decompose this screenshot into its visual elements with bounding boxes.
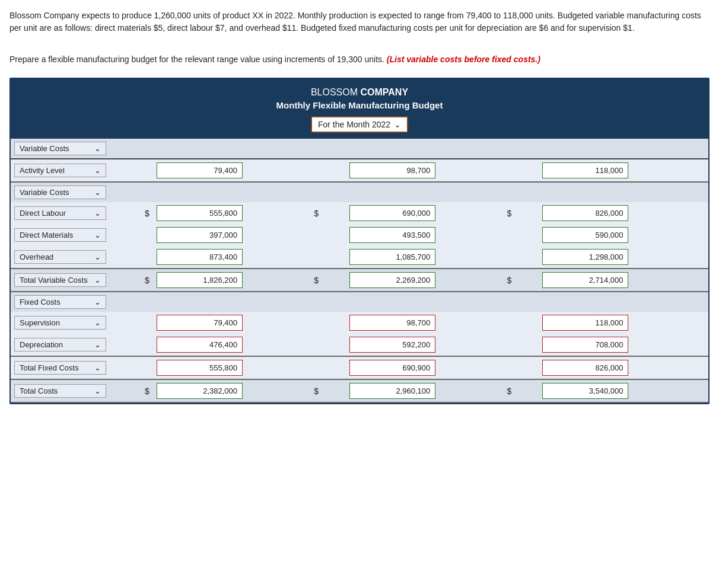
chevron-down-icon: ⌄ [90, 253, 101, 261]
budget-table-wrapper: BLOSSOM COMPANY Monthly Flexible Manufac… [9, 78, 710, 404]
total-variable-dropdown[interactable]: Total Variable Costs ⌄ [14, 273, 106, 287]
company-name-bold: COMPANY [361, 87, 409, 97]
budget-data-table: Variable Costs ⌄ Activity Level ⌄ 79,400 [11, 139, 708, 403]
supervision-row: Supervision ⌄ 79,400 98,700 118,000 [11, 312, 708, 334]
chevron-down-icon: ⌄ [90, 188, 101, 197]
total-variable-col2-input[interactable]: 2,269,200 [349, 272, 435, 288]
instruction-italic: (List variable costs before fixed costs.… [387, 55, 540, 64]
chevron-down-icon: ⌄ [90, 231, 101, 239]
overhead-col3-input[interactable]: 1,298,000 [542, 249, 628, 265]
variable-costs-header-row: Variable Costs ⌄ [11, 139, 708, 159]
direct-labour-col1-input[interactable]: 555,800 [157, 205, 243, 221]
chevron-down-icon: ⌄ [90, 276, 101, 285]
fixed-costs-dropdown[interactable]: Fixed Costs ⌄ [14, 295, 106, 309]
overhead-row: Overhead ⌄ 873,400 1,085,700 1,298,000 [11, 246, 708, 269]
total-costs-col2-input[interactable]: 2,960,100 [349, 383, 435, 399]
supervision-col1-input[interactable]: 79,400 [157, 315, 243, 331]
total-fixed-row: Total Fixed Costs ⌄ 555,800 690,900 826,… [11, 356, 708, 379]
activity-level-label-cell: Activity Level ⌄ [11, 159, 141, 182]
supervision-col3-input[interactable]: 118,000 [542, 315, 628, 331]
overhead-dropdown[interactable]: Overhead ⌄ [14, 250, 106, 264]
total-variable-col3-input[interactable]: 2,714,000 [542, 272, 628, 288]
total-fixed-dropdown[interactable]: Total Fixed Costs ⌄ [14, 361, 106, 375]
variable-costs2-dropdown[interactable]: Variable Costs ⌄ [14, 186, 106, 199]
chevron-down-icon: ⌄ [90, 386, 101, 395]
direct-labour-col3-input[interactable]: 826,000 [542, 205, 628, 221]
direct-labour-col2-input[interactable]: 690,000 [349, 205, 435, 221]
depreciation-dropdown[interactable]: Depreciation ⌄ [14, 338, 106, 351]
direct-labour-dollar2: $ [310, 202, 328, 224]
chevron-down-icon: ⌄ [90, 144, 101, 153]
chevron-down-icon: ⌄ [394, 120, 401, 129]
overhead-col2-input[interactable]: 1,085,700 [349, 249, 435, 265]
chevron-down-icon: ⌄ [90, 318, 101, 327]
direct-labour-dollar3: $ [503, 202, 521, 224]
activity-level-dropdown[interactable]: Activity Level ⌄ [14, 164, 106, 177]
budget-header: BLOSSOM COMPANY Monthly Flexible Manufac… [11, 79, 708, 139]
activity-col3-input[interactable]: 118,000 [542, 162, 628, 178]
total-costs-dollar3: $ [503, 379, 521, 402]
total-costs-label-cell: Total Costs ⌄ [11, 379, 141, 402]
total-costs-col1-input[interactable]: 2,382,000 [157, 383, 243, 399]
direct-labour-dollar1: $ [141, 202, 153, 224]
intro-paragraph: Blossom Company expects to produce 1,260… [9, 9, 710, 34]
total-fixed-col1-input[interactable]: 555,800 [157, 360, 243, 376]
total-fixed-col2-input[interactable]: 690,900 [349, 360, 435, 376]
total-costs-dollar2: $ [310, 379, 328, 402]
direct-labour-label-cell: Direct Labour ⌄ [11, 202, 141, 224]
company-name: BLOSSOM COMPANY [17, 87, 702, 98]
company-name-regular: BLOSSOM [311, 87, 358, 97]
variable-costs-dropdown[interactable]: Variable Costs ⌄ [14, 142, 106, 155]
direct-materials-dropdown[interactable]: Direct Materials ⌄ [14, 228, 106, 242]
total-variable-dollar2: $ [310, 269, 328, 292]
activity-col1-input[interactable]: 79,400 [157, 162, 243, 178]
total-costs-dollar1: $ [141, 379, 153, 402]
instruction-paragraph: Prepare a flexible manufacturing budget … [9, 53, 710, 66]
total-costs-row: Total Costs ⌄ $ 2,382,000 $ 2,960,100 $ … [11, 379, 708, 402]
total-variable-dollar3: $ [503, 269, 521, 292]
total-variable-dollar1: $ [141, 269, 153, 292]
activity-level-row: Activity Level ⌄ 79,400 98,700 118,000 [11, 159, 708, 182]
direct-materials-col1-input[interactable]: 397,000 [157, 227, 243, 243]
instruction-plain: Prepare a flexible manufacturing budget … [9, 55, 384, 64]
overhead-label-cell: Overhead ⌄ [11, 246, 141, 269]
depreciation-label-cell: Depreciation ⌄ [11, 334, 141, 356]
chevron-down-icon: ⌄ [90, 363, 101, 372]
total-fixed-col3-input[interactable]: 826,000 [542, 360, 628, 376]
chevron-down-icon: ⌄ [90, 298, 101, 306]
month-label: For the Month 2022 [318, 120, 390, 129]
supervision-col2-input[interactable]: 98,700 [349, 315, 435, 331]
total-fixed-label-cell: Total Fixed Costs ⌄ [11, 356, 141, 379]
total-variable-label-cell: Total Variable Costs ⌄ [11, 269, 141, 292]
variable-costs-label-cell: Variable Costs ⌄ [11, 139, 141, 159]
supervision-dropdown[interactable]: Supervision ⌄ [14, 316, 106, 330]
depreciation-col2-input[interactable]: 592,200 [349, 337, 435, 353]
supervision-label-cell: Supervision ⌄ [11, 312, 141, 334]
variable-costs-subheader-row: Variable Costs ⌄ [11, 182, 708, 202]
total-variable-col1-input[interactable]: 1,826,200 [157, 272, 243, 288]
total-costs-col3-input[interactable]: 3,540,000 [542, 383, 628, 399]
chevron-down-icon: ⌄ [90, 166, 101, 175]
budget-subtitle: Monthly Flexible Manufacturing Budget [17, 100, 702, 110]
depreciation-col1-input[interactable]: 476,400 [157, 337, 243, 353]
depreciation-row: Depreciation ⌄ 476,400 592,200 708,000 [11, 334, 708, 356]
fixed-costs-label-cell: Fixed Costs ⌄ [11, 292, 141, 312]
total-costs-dropdown[interactable]: Total Costs ⌄ [14, 384, 106, 398]
overhead-col1-input[interactable]: 873,400 [157, 249, 243, 265]
variable-costs2-label-cell: Variable Costs ⌄ [11, 182, 141, 202]
month-select-wrapper[interactable]: For the Month 2022 ⌄ [311, 116, 408, 133]
direct-materials-col2-input[interactable]: 493,500 [349, 227, 435, 243]
direct-labour-row: Direct Labour ⌄ $ 555,800 $ 690,000 $ 82… [11, 202, 708, 224]
depreciation-col3-input[interactable]: 708,000 [542, 337, 628, 353]
direct-materials-label-cell: Direct Materials ⌄ [11, 224, 141, 246]
chevron-down-icon: ⌄ [90, 209, 101, 218]
direct-materials-col3-input[interactable]: 590,000 [542, 227, 628, 243]
chevron-down-icon: ⌄ [90, 340, 101, 349]
total-variable-row: Total Variable Costs ⌄ $ 1,826,200 $ 2,2… [11, 269, 708, 292]
direct-materials-row: Direct Materials ⌄ 397,000 493,500 590,0… [11, 224, 708, 246]
activity-col2-input[interactable]: 98,700 [349, 162, 435, 178]
direct-labour-dropdown[interactable]: Direct Labour ⌄ [14, 206, 106, 220]
fixed-costs-header-row: Fixed Costs ⌄ [11, 292, 708, 312]
